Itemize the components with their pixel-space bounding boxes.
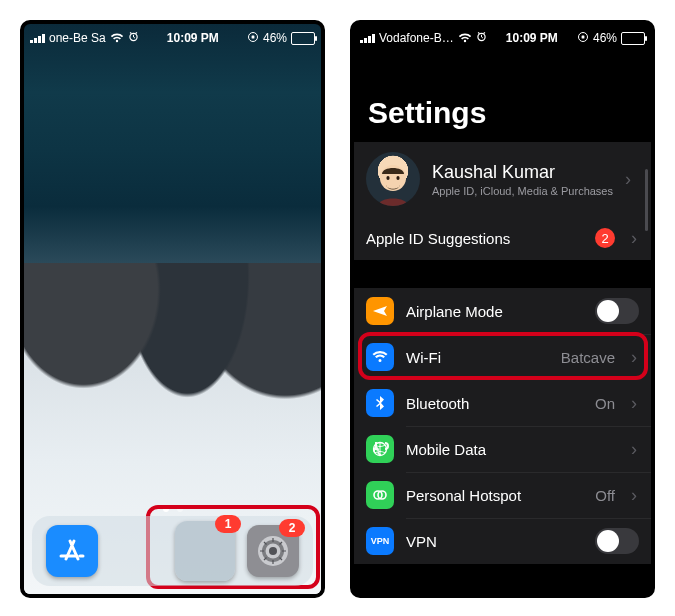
svg-rect-17 xyxy=(582,35,585,38)
vpn-toggle[interactable] xyxy=(595,528,639,554)
svg-point-20 xyxy=(396,176,399,180)
app-folder-icon[interactable]: 1 xyxy=(175,521,235,581)
hotspot-label: Personal Hotspot xyxy=(406,487,521,504)
memoji-avatar xyxy=(366,152,420,206)
mobile-data-row[interactable]: Mobile Data › xyxy=(354,426,651,472)
status-bar: Vodafone-B… 10:09 PM 46% xyxy=(354,24,651,48)
clock-time: 10:09 PM xyxy=(167,31,219,45)
bluetooth-label: Bluetooth xyxy=(406,395,469,412)
wifi-label: Wi-Fi xyxy=(406,349,441,366)
bluetooth-row[interactable]: Bluetooth On › xyxy=(354,380,651,426)
dock: 1 2 xyxy=(32,516,313,586)
svg-point-19 xyxy=(386,176,389,180)
vpn-label: VPN xyxy=(406,533,437,550)
wifi-icon xyxy=(458,33,472,43)
clock-time: 10:09 PM xyxy=(506,31,558,45)
airplane-mode-row[interactable]: Airplane Mode xyxy=(354,288,651,334)
battery-icon xyxy=(291,32,315,45)
airplane-mode-label: Airplane Mode xyxy=(406,303,503,320)
rotation-lock-icon xyxy=(247,31,259,46)
suggestions-count-badge: 2 xyxy=(595,228,615,248)
vpn-row[interactable]: VPN VPN xyxy=(354,518,651,564)
chevron-right-icon: › xyxy=(625,169,639,190)
apple-id-profile-row[interactable]: Kaushal Kumar Apple ID, iCloud, Media & … xyxy=(354,142,651,216)
carrier-label: Vodafone-B… xyxy=(379,31,454,45)
bluetooth-icon xyxy=(366,389,394,417)
chevron-right-icon: › xyxy=(631,393,639,414)
profile-group: Kaushal Kumar Apple ID, iCloud, Media & … xyxy=(354,142,651,260)
battery-pct: 46% xyxy=(593,31,617,45)
folder-badge: 1 xyxy=(215,515,241,533)
wifi-value: Batcave xyxy=(561,349,615,366)
scroll-indicator xyxy=(645,169,648,231)
chevron-right-icon: › xyxy=(631,228,639,249)
hotspot-value: Off xyxy=(595,487,615,504)
vpn-icon: VPN xyxy=(366,527,394,555)
wifi-settings-icon xyxy=(366,343,394,371)
wifi-row[interactable]: Wi-Fi Batcave › xyxy=(354,334,651,380)
chevron-right-icon: › xyxy=(631,439,639,460)
rotation-lock-icon xyxy=(577,31,589,46)
mobile-data-label: Mobile Data xyxy=(406,441,486,458)
alarm-icon xyxy=(128,31,139,45)
bluetooth-value: On xyxy=(595,395,615,412)
iphone-settings-screen: Vodafone-B… 10:09 PM 46% Settings xyxy=(350,20,655,598)
cellular-signal-icon xyxy=(360,33,375,43)
settings-badge: 2 xyxy=(279,519,305,537)
status-bar: one-Be Sa 10:09 PM 46% xyxy=(24,24,321,48)
apple-id-suggestions-row[interactable]: Apple ID Suggestions 2 › xyxy=(354,216,651,260)
airplane-icon xyxy=(366,297,394,325)
profile-subtitle: Apple ID, iCloud, Media & Purchases xyxy=(432,185,613,197)
personal-hotspot-row[interactable]: Personal Hotspot Off › xyxy=(354,472,651,518)
iphone-home-screen: one-Be Sa 10:09 PM 46% xyxy=(20,20,325,598)
page-title: Settings xyxy=(368,96,651,130)
mobile-data-icon xyxy=(366,435,394,463)
wifi-icon xyxy=(110,33,124,43)
cellular-signal-icon xyxy=(30,33,45,43)
battery-pct: 46% xyxy=(263,31,287,45)
settings-app-icon[interactable]: 2 xyxy=(247,525,299,577)
battery-icon xyxy=(621,32,645,45)
airplane-toggle[interactable] xyxy=(595,298,639,324)
svg-point-6 xyxy=(269,547,277,555)
app-store-app-icon[interactable] xyxy=(46,525,98,577)
page-indicator[interactable] xyxy=(24,506,321,512)
connectivity-group: Airplane Mode Wi-Fi Batcave › Bluetooth … xyxy=(354,288,651,564)
profile-name: Kaushal Kumar xyxy=(432,162,613,183)
carrier-label: one-Be Sa xyxy=(49,31,106,45)
chevron-right-icon: › xyxy=(631,485,639,506)
apple-id-suggestions-label: Apple ID Suggestions xyxy=(366,230,510,247)
chevron-right-icon: › xyxy=(631,347,639,368)
hotspot-icon xyxy=(366,481,394,509)
svg-rect-2 xyxy=(252,35,255,38)
home-wallpaper: one-Be Sa 10:09 PM 46% xyxy=(24,24,321,594)
alarm-icon xyxy=(476,31,487,45)
